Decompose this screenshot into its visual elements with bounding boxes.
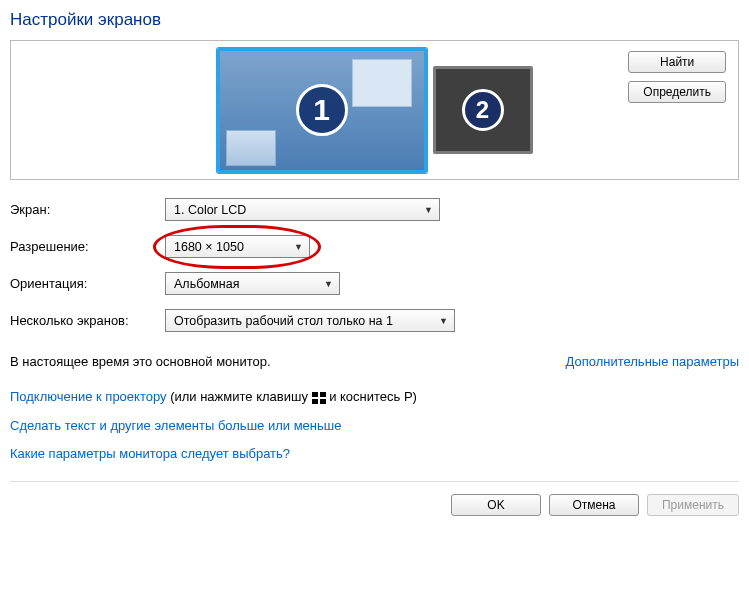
page-title: Настройки экранов [10, 10, 739, 30]
screen-label: Экран: [10, 202, 165, 217]
text-size-link[interactable]: Сделать текст и другие элементы больше и… [10, 418, 341, 433]
advanced-settings-link[interactable]: Дополнительные параметры [565, 354, 739, 369]
chevron-down-icon: ▼ [294, 242, 303, 252]
screen-value: 1. Color LCD [174, 203, 246, 217]
chevron-down-icon: ▼ [424, 205, 433, 215]
apply-button[interactable]: Применить [647, 494, 739, 516]
multiple-displays-value: Отобразить рабочий стол только на 1 [174, 314, 393, 328]
find-button[interactable]: Найти [628, 51, 726, 73]
divider [10, 481, 739, 482]
resolution-label: Разрешение: [10, 239, 165, 254]
cancel-button[interactable]: Отмена [549, 494, 639, 516]
resolution-dropdown[interactable]: 1680 × 1050 ▼ [165, 235, 310, 258]
chevron-down-icon: ▼ [324, 279, 333, 289]
orientation-value: Альбомная [174, 277, 239, 291]
orientation-dropdown[interactable]: Альбомная ▼ [165, 272, 340, 295]
identify-button[interactable]: Определить [628, 81, 726, 103]
projector-hint-pre: (или нажмите клавишу [167, 389, 312, 404]
monitor-layout: 1 2 [217, 51, 533, 169]
chevron-down-icon: ▼ [439, 316, 448, 326]
which-params-link[interactable]: Какие параметры монитора следует выбрать… [10, 446, 290, 461]
monitor-number: 1 [296, 84, 348, 136]
monitor-1[interactable]: 1 [217, 48, 427, 173]
multiple-displays-label: Несколько экранов: [10, 313, 165, 328]
multiple-displays-dropdown[interactable]: Отобразить рабочий стол только на 1 ▼ [165, 309, 455, 332]
preview-window-icon [352, 59, 412, 107]
monitor-2[interactable]: 2 [433, 66, 533, 154]
display-preview-area: 1 2 Найти Определить [10, 40, 739, 180]
preview-taskbar-icon [226, 130, 276, 166]
resolution-value: 1680 × 1050 [174, 240, 244, 254]
primary-monitor-info: В настоящее время это основной монитор. [10, 354, 271, 369]
orientation-label: Ориентация: [10, 276, 165, 291]
monitor-number: 2 [462, 89, 504, 131]
projector-hint-post: и коснитесь Р) [326, 389, 417, 404]
screen-dropdown[interactable]: 1. Color LCD ▼ [165, 198, 440, 221]
windows-key-icon [312, 392, 326, 404]
ok-button[interactable]: OK [451, 494, 541, 516]
projector-link[interactable]: Подключение к проектору [10, 389, 167, 404]
